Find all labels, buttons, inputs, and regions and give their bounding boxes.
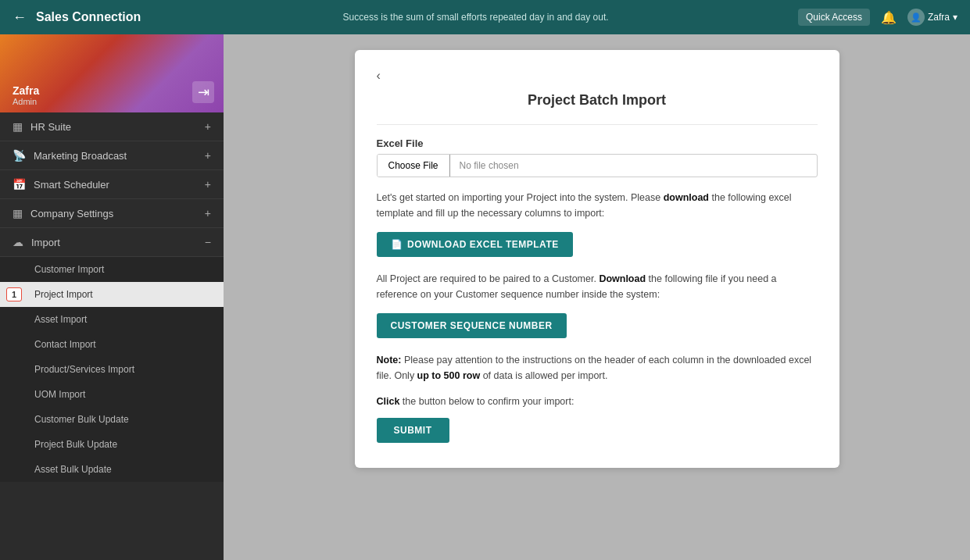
sidebar-item-smart-scheduler[interactable]: 📅 Smart Scheduler + (0, 170, 224, 199)
sidebar: Zafra Admin ⇥ ▦ HR Suite + 📡 Marketing B… (0, 34, 224, 560)
description-2: All Project are required to be paired to… (377, 271, 818, 302)
marketing-broadcast-icon: 📡 (13, 149, 26, 162)
sidebar-submenu-item-contact-import[interactable]: Contact Import (0, 332, 224, 357)
company-settings-icon: ▦ (13, 207, 23, 219)
project-bulk-update-label: Project Bulk Update (34, 439, 117, 450)
sidebar-submenu-item-customer-import[interactable]: Customer Import (0, 257, 224, 282)
choose-file-button[interactable]: Choose File (378, 155, 450, 177)
company-settings-toggle-icon: + (205, 207, 211, 219)
import-icon: ☁ (13, 236, 23, 248)
customer-seq-btn-label: CUSTOMER SEQUENCE NUMBER (391, 320, 553, 331)
description-1: Let's get started on importing your Proj… (377, 190, 818, 221)
click-text: Click the button below to confirm your i… (377, 396, 818, 407)
main-layout: Zafra Admin ⇥ ▦ HR Suite + 📡 Marketing B… (0, 34, 970, 560)
content-area: ‹ Project Batch Import Excel File Choose… (224, 34, 970, 560)
active-badge: 1 (6, 287, 22, 301)
sidebar-item-marketing-broadcast[interactable]: 📡 Marketing Broadcast + (0, 141, 224, 170)
main-card: ‹ Project Batch Import Excel File Choose… (355, 50, 839, 468)
sidebar-item-label: Company Settings (30, 208, 113, 219)
chevron-down-icon: ▾ (953, 12, 957, 23)
marketing-broadcast-toggle-icon: + (205, 149, 211, 162)
topbar-back-button[interactable]: ← (13, 9, 27, 26)
sidebar-item-import[interactable]: ☁ Import − (0, 228, 224, 257)
file-input-wrapper: Choose File No file chosen (377, 154, 818, 177)
import-toggle-icon: − (205, 236, 211, 248)
sidebar-item-company-settings[interactable]: ▦ Company Settings + (0, 199, 224, 228)
sidebar-header: Zafra Admin ⇥ (0, 34, 224, 112)
bell-icon[interactable]: 🔔 (881, 10, 897, 25)
sidebar-user-info: Zafra Admin (13, 84, 39, 106)
sidebar-submenu-item-project-bulk-update[interactable]: Project Bulk Update (0, 432, 224, 457)
hr-suite-icon: ▦ (13, 120, 23, 133)
project-import-label: Project Import (34, 289, 93, 300)
note-text: Note: Please pay attention to the instru… (377, 352, 818, 383)
sidebar-submenu-item-asset-bulk-update[interactable]: Asset Bulk Update (0, 457, 224, 482)
file-no-chosen-text: No file chosen (450, 155, 817, 177)
quick-access-button[interactable]: Quick Access (798, 9, 870, 26)
download-excel-template-button[interactable]: 📄 DOWNLOAD EXCEL TEMPLATE (377, 232, 573, 257)
product-services-import-label: Product/Services Import (34, 364, 134, 375)
sidebar-submenu-item-project-import[interactable]: 1 Project Import (0, 282, 224, 307)
asset-import-label: Asset Import (34, 314, 87, 325)
sidebar-role: Admin (13, 97, 39, 106)
sidebar-item-label: HR Suite (30, 121, 71, 133)
hr-suite-toggle-icon: + (205, 120, 211, 133)
topbar-title: Sales Connection (36, 10, 141, 24)
customer-import-label: Customer Import (34, 264, 104, 275)
uom-import-label: UOM Import (34, 389, 85, 400)
smart-scheduler-toggle-icon: + (205, 178, 211, 191)
sidebar-submenu-item-customer-bulk-update[interactable]: Customer Bulk Update (0, 407, 224, 432)
excel-file-label: Excel File (377, 137, 818, 149)
user-menu[interactable]: 👤 Zafra ▾ (907, 9, 957, 26)
sidebar-submenu-item-asset-import[interactable]: Asset Import (0, 307, 224, 332)
card-divider (377, 124, 818, 125)
customer-sequence-number-button[interactable]: CUSTOMER SEQUENCE NUMBER (377, 313, 567, 338)
sidebar-submenu-item-uom-import[interactable]: UOM Import (0, 382, 224, 407)
asset-bulk-update-label: Asset Bulk Update (34, 464, 112, 475)
sidebar-item-label: Import (31, 237, 60, 248)
download-icon: 📄 (391, 239, 403, 250)
sidebar-item-label: Smart Scheduler (34, 179, 109, 191)
user-avatar-icon: 👤 (907, 9, 925, 26)
sidebar-logout-button[interactable]: ⇥ (192, 81, 214, 103)
contact-import-label: Contact Import (34, 339, 96, 350)
card-back-button[interactable]: ‹ (377, 69, 381, 83)
sidebar-item-label: Marketing Broadcast (34, 150, 127, 162)
sidebar-username: Zafra (13, 84, 39, 97)
sidebar-nav: ▦ HR Suite + 📡 Marketing Broadcast + 📅 S… (0, 112, 224, 560)
topbar-right: Quick Access 🔔 👤 Zafra ▾ (798, 9, 957, 26)
submit-button[interactable]: SUBMIT (377, 418, 449, 443)
import-submenu: Customer Import 1 Project Import Asset I… (0, 257, 224, 482)
customer-bulk-update-label: Customer Bulk Update (34, 414, 129, 425)
user-name: Zafra (928, 12, 950, 23)
sidebar-submenu-item-product-services-import[interactable]: Product/Services Import (0, 357, 224, 382)
topbar-marquee: Success is the sum of small efforts repe… (163, 12, 789, 23)
card-title: Project Batch Import (377, 92, 818, 109)
sidebar-item-hr-suite[interactable]: ▦ HR Suite + (0, 112, 224, 141)
download-btn-label: DOWNLOAD EXCEL TEMPLATE (407, 239, 559, 250)
topbar: ← Sales Connection Success is the sum of… (0, 0, 970, 34)
smart-scheduler-icon: 📅 (13, 178, 26, 191)
